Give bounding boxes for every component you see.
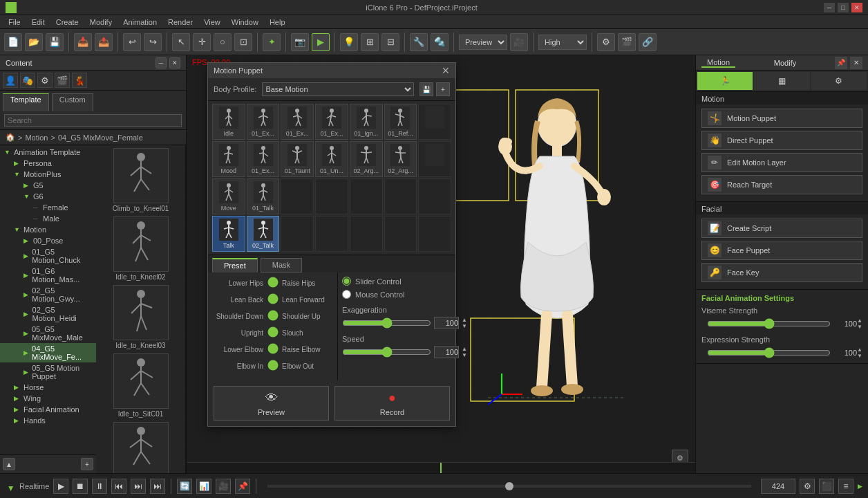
btn-motion-puppet[interactable]: 🤸 Motion Puppet <box>701 109 862 128</box>
icon-dance[interactable]: 💃 <box>72 73 87 88</box>
timeline-frame-input[interactable] <box>761 479 795 494</box>
tree-item-g5[interactable]: ▶ G5 <box>0 180 96 191</box>
toolbar-grid[interactable]: ⊟ <box>381 33 399 51</box>
tl-play-btn[interactable]: ▶ <box>53 479 68 494</box>
tree-item-01g6mas[interactable]: ▶ 01_G6 Motion_Mas... <box>0 266 96 285</box>
mp-speed-down[interactable]: ▼ <box>462 352 467 358</box>
mp-motion-mood-01ex[interactable]: 01_Ex... <box>247 141 280 177</box>
tree-item-01g5chuck[interactable]: ▶ 01_G5 Motion_Chuck <box>0 246 96 266</box>
tree-collapse-all[interactable]: ▲ <box>3 458 15 470</box>
mp-motion-01ex3[interactable]: 01_Ex... <box>315 104 348 140</box>
right-icon-motion-active[interactable]: 🏃 <box>697 72 753 90</box>
btn-face-puppet[interactable]: 😊 Face Puppet <box>701 241 862 260</box>
mp-radio-slider-input[interactable] <box>342 277 351 286</box>
mp-motion-taunt[interactable]: 01_Taunt <box>281 141 314 177</box>
tree-item-persona[interactable]: ▶ Persona <box>0 158 96 169</box>
toolbar-export[interactable]: 📤 <box>95 33 113 51</box>
toolbar-lasso[interactable]: ✦ <box>263 33 281 51</box>
toolbar-rotate[interactable]: ○ <box>214 33 232 51</box>
mp-tab-preset[interactable]: Preset <box>212 258 258 273</box>
mp-motion-idle[interactable]: Idle <box>212 104 245 140</box>
mp-motion-01ref[interactable]: 01_Ref... <box>384 104 417 140</box>
toolbar-undo[interactable]: ↩ <box>123 33 141 51</box>
mp-slider-lean-input[interactable] <box>267 293 278 304</box>
expression-strength-slider[interactable] <box>707 347 831 358</box>
btn-direct-puppet[interactable]: 👋 Direct Puppet <box>701 131 862 150</box>
tree-item-facial[interactable]: ▶ Facial Animation <box>0 404 96 415</box>
toolbar-move[interactable]: ✛ <box>193 33 211 51</box>
tree-item-wing[interactable]: ▶ Wing <box>0 393 96 404</box>
mp-close-btn[interactable]: ✕ <box>442 65 450 76</box>
tree-item-motionplus[interactable]: ▼ MotionPlus <box>0 169 96 180</box>
menu-create[interactable]: Create <box>50 15 84 29</box>
search-input[interactable] <box>4 114 182 127</box>
thumb-idle-kneel02[interactable]: Idle_to_Kneel02 <box>99 216 182 281</box>
mp-exaggeration-slider[interactable] <box>342 317 431 329</box>
thumb-climb-kneel01[interactable]: Climb_to_Kneel01 <box>99 148 182 212</box>
tl-next-key-btn[interactable]: ⏭ <box>131 479 146 494</box>
btn-create-script[interactable]: 📝 Create Script <box>701 219 862 238</box>
toolbar-redo[interactable]: ↪ <box>144 33 162 51</box>
tree-item-04female[interactable]: ▶ 04_G5 MixMove_Fe... <box>0 343 96 362</box>
right-tab-motion[interactable]: Motion <box>701 58 735 68</box>
toolbar-frame[interactable]: ⊞ <box>361 33 379 51</box>
mp-motion-02arg1[interactable]: 02_Arg... <box>350 141 383 177</box>
mp-slider-elbow-input[interactable] <box>267 343 278 354</box>
toolbar-scale[interactable]: ⊡ <box>234 33 252 51</box>
thumb-idle-sitc02[interactable]: Idle_to_SitC02 <box>99 422 182 473</box>
mp-radio-mouse[interactable]: Mouse Control <box>342 290 451 299</box>
toolbar-light[interactable]: 💡 <box>340 33 358 51</box>
toolbar-play[interactable]: ▶ <box>312 33 330 51</box>
menu-file[interactable]: File <box>3 15 26 29</box>
tl-expand-btn[interactable]: ⬛ <box>819 479 834 494</box>
tl-prev-key-btn[interactable]: ⏮ <box>111 479 126 494</box>
mp-slider-upright-input[interactable] <box>267 326 278 338</box>
content-minimize[interactable]: ─ <box>155 57 167 68</box>
tl-settings-btn[interactable]: ⚙ <box>800 479 815 494</box>
mp-motion-move[interactable]: Move <box>212 178 245 214</box>
tl-last-frame-btn[interactable]: ⏭ <box>150 479 165 494</box>
icon-actor[interactable]: 👤 <box>3 73 18 88</box>
tree-item-horse[interactable]: ▶ Horse <box>0 382 96 393</box>
menu-render[interactable]: Render <box>162 15 198 29</box>
preview-mode-select[interactable]: Preview Full <box>459 35 507 50</box>
menu-animation[interactable]: Animation <box>117 15 162 29</box>
icon-settings[interactable]: ⚙ <box>37 73 53 88</box>
mp-motion-un[interactable]: 01_Un... <box>315 141 348 177</box>
mp-motion-01ex2[interactable]: 01_Ex... <box>281 104 314 140</box>
mp-motion-01talk[interactable]: 01_Talk <box>247 178 280 214</box>
right-panel-pin[interactable]: 📌 <box>835 57 847 69</box>
icon-animation[interactable]: 🎭 <box>20 73 35 88</box>
tree-item-motion[interactable]: ▼ Motion <box>0 224 96 235</box>
viseme-down[interactable]: ▼ <box>857 324 862 330</box>
tl-loop-btn[interactable]: 🔄 <box>177 479 192 494</box>
toolbar-camera[interactable]: 📷 <box>291 33 309 51</box>
mp-motion-01ign[interactable]: 01_Ign... <box>350 104 383 140</box>
mp-speed-up[interactable]: ▲ <box>462 346 467 352</box>
timeline-playhead[interactable] <box>440 463 442 473</box>
toolbar-save[interactable]: 💾 <box>46 33 64 51</box>
tree-item-hands[interactable]: ▶ Hands <box>0 415 96 426</box>
breadcrumb-motion[interactable]: Motion <box>25 133 48 142</box>
mp-profile-add[interactable]: + <box>436 82 450 96</box>
tree-item-female[interactable]: ─ Female <box>0 202 96 213</box>
tl-stop-btn[interactable]: ⏹ <box>73 479 88 494</box>
toolbar-prop2[interactable]: 🔩 <box>431 33 449 51</box>
timeline-playhead-handle[interactable] <box>505 482 513 490</box>
mp-motion-mood[interactable]: Mood <box>212 141 245 177</box>
btn-reach-target[interactable]: 🎯 Reach Target <box>701 175 862 194</box>
thumb-idle-kneel03[interactable]: Idle_to_Kneel03 <box>99 285 182 349</box>
toolbar-import[interactable]: 📥 <box>74 33 92 51</box>
mp-motion-02arg2[interactable]: 02_Arg... <box>384 141 417 177</box>
toolbar-prop1[interactable]: 🔧 <box>410 33 428 51</box>
tab-custom[interactable]: Custom <box>52 93 93 111</box>
mp-record-btn[interactable]: ● Record <box>334 386 450 421</box>
tree-item-animation-template[interactable]: ▼ Animation Template <box>0 147 96 158</box>
mp-radio-slider[interactable]: Slider Control <box>342 277 451 286</box>
mp-motion-02talk[interactable]: 02_Talk <box>247 216 280 252</box>
menu-help[interactable]: Help <box>264 15 291 29</box>
menu-view[interactable]: View <box>198 15 226 29</box>
tl-pin-btn[interactable]: 📌 <box>235 479 250 494</box>
tl-mode-btn[interactable]: 📊 <box>196 479 211 494</box>
tree-item-05puppet[interactable]: ▶ 05_G5 Motion Puppet <box>0 362 96 382</box>
